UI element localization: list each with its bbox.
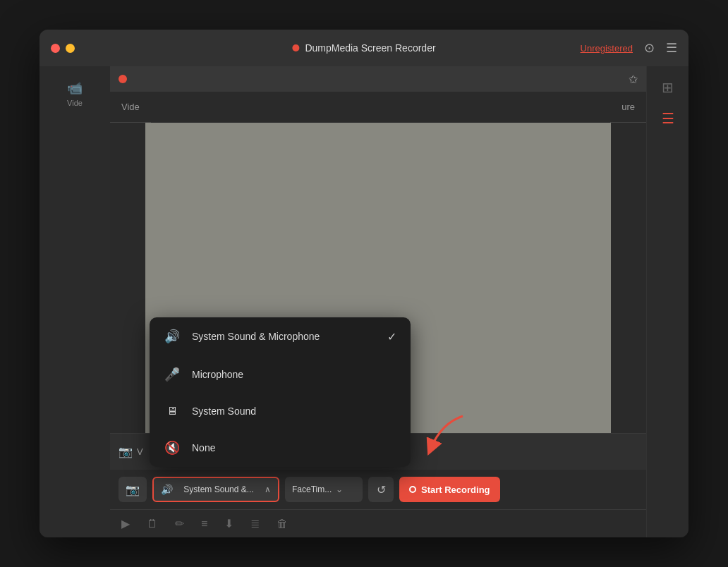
start-recording-label: Start Recording xyxy=(421,484,490,495)
mute-icon: 🔇 xyxy=(164,440,181,456)
app-window: DumpMedia Screen Recorder Unregistered ⊙… xyxy=(40,30,688,537)
dropdown-item-microphone[interactable]: 🎤 Microphone xyxy=(150,355,411,394)
grid-view-icon[interactable]: ⊞ xyxy=(657,75,678,100)
bottom-toolbar: 🔊 System Sound & Microphone ✓ 🎤 Micropho… xyxy=(110,470,646,509)
app-title-group: DumpMedia Screen Recorder xyxy=(292,42,435,54)
audio-source-text: System Sound &... xyxy=(177,484,260,494)
dropdown-label-microphone: Microphone xyxy=(192,369,396,380)
record-icon xyxy=(292,44,299,51)
minimize-button[interactable] xyxy=(66,44,75,53)
tab-capture[interactable]: ure xyxy=(610,92,646,123)
microphone-icon: 🎤 xyxy=(164,367,181,382)
settings-icon[interactable]: ⊙ xyxy=(644,40,655,56)
video-icon: 📹 xyxy=(67,80,83,96)
tab-video[interactable]: Vide xyxy=(110,92,151,123)
edit-icon[interactable]: ✏ xyxy=(175,517,184,530)
toolbar-left: 📷 V xyxy=(119,445,143,458)
bottom-icons-row: ▶ 🗒 ✏ ≡ ⬇ ≣ 🗑 xyxy=(110,509,646,537)
system-sound-icon: 🖥 xyxy=(164,405,181,417)
title-bar: DumpMedia Screen Recorder Unregistered ⊙… xyxy=(40,30,688,66)
close-button[interactable] xyxy=(51,44,60,53)
center-area: ✩ Vide ure 📷 V xyxy=(110,66,646,537)
facetime-text: FaceTim... xyxy=(292,484,332,494)
inner-title-bar: ✩ xyxy=(110,66,646,92)
audio-chevron-icon: ∧ xyxy=(265,484,271,494)
dropdown-item-none[interactable]: 🔇 None xyxy=(150,429,411,467)
facetime-button[interactable]: FaceTim... ⌄ xyxy=(285,477,363,502)
main-content: 📹 Vide ✩ Vide ure xyxy=(40,66,688,537)
left-sidebar: 📹 Vide xyxy=(40,66,110,537)
camera-toggle-icon: 📷 xyxy=(126,483,140,496)
list-view-icon[interactable]: ☰ xyxy=(657,106,679,131)
traffic-lights xyxy=(51,44,75,53)
right-sidebar: ⊞ ☰ xyxy=(646,66,688,537)
sidebar-label-video: Vide xyxy=(67,99,83,107)
refresh-button[interactable]: ↺ xyxy=(368,477,394,502)
dropdown-label-system-sound: System Sound xyxy=(192,406,396,417)
facetime-chevron-icon: ⌄ xyxy=(336,484,343,494)
camera-toggle-button[interactable]: 📷 xyxy=(119,477,147,502)
unregistered-link[interactable]: Unregistered xyxy=(581,43,633,54)
format-icon[interactable]: ≣ xyxy=(250,517,260,530)
dropdown-label-system-sound-microphone: System Sound & Microphone xyxy=(192,331,376,342)
tab-capture-label: ure xyxy=(621,102,635,112)
star-icon[interactable]: ✩ xyxy=(629,73,638,86)
play-icon[interactable]: ▶ xyxy=(121,517,130,530)
refresh-icon: ↺ xyxy=(377,483,386,496)
trash-icon[interactable]: 🗑 xyxy=(277,518,288,530)
tab-video-label: Vide xyxy=(121,102,140,112)
audio-source-icon: 🔊 xyxy=(161,484,173,495)
inner-window: ✩ Vide ure 📷 V xyxy=(110,66,646,537)
start-recording-button[interactable]: Start Recording xyxy=(399,477,500,502)
checkmark-icon: ✓ xyxy=(387,330,396,343)
inner-top-labels: Vide ure xyxy=(110,92,646,123)
toolbar-video-label: V xyxy=(137,446,143,457)
list-icon[interactable]: 🗒 xyxy=(147,518,158,530)
menu-icon[interactable]: ☰ xyxy=(666,40,677,56)
camera-icon: 📷 xyxy=(119,445,133,458)
inner-close-button[interactable] xyxy=(119,75,127,83)
audio-source-button[interactable]: 🔊 System Sound &... ∧ xyxy=(152,477,279,502)
recording-dot-icon xyxy=(409,486,416,493)
audio-dropdown-menu: 🔊 System Sound & Microphone ✓ 🎤 Micropho… xyxy=(150,317,411,467)
sidebar-item-video[interactable]: 📹 Vide xyxy=(51,73,99,114)
download-icon[interactable]: ⬇ xyxy=(224,517,233,530)
title-right-controls: Unregistered ⊙ ☰ xyxy=(581,40,677,56)
speaker-icon: 🔊 xyxy=(164,329,181,344)
arrow-annotation xyxy=(420,409,477,461)
dropdown-label-none: None xyxy=(192,442,396,453)
dropdown-item-system-sound-microphone[interactable]: 🔊 System Sound & Microphone ✓ xyxy=(150,317,411,355)
dropdown-item-system-sound[interactable]: 🖥 System Sound xyxy=(150,394,411,429)
app-title: DumpMedia Screen Recorder xyxy=(305,42,435,54)
settings2-icon[interactable]: ≡ xyxy=(201,518,207,530)
